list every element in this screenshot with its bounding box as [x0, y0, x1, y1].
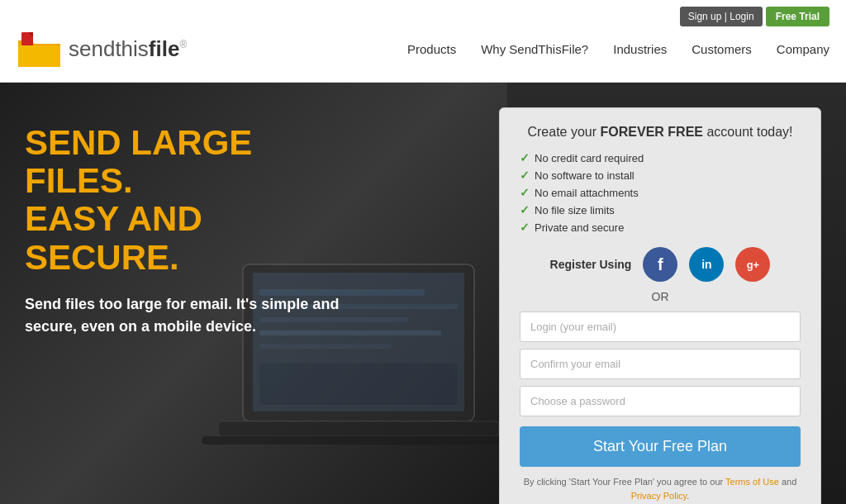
- check-icon-5: ✓: [520, 221, 530, 234]
- headline-line1: SEND LARGE FILES.: [25, 124, 355, 200]
- nav-products[interactable]: Products: [407, 42, 456, 56]
- hero-text: SEND LARGE FILES. EASY AND SECURE. Send …: [0, 83, 380, 379]
- signup-login-button[interactable]: Sign up | Login: [680, 7, 763, 26]
- privacy-link[interactable]: Privacy Policy: [631, 491, 687, 501]
- feature-1: ✓No credit card required: [520, 151, 801, 164]
- confirm-email-input[interactable]: [520, 349, 801, 379]
- free-trial-button[interactable]: Free Trial: [766, 7, 829, 26]
- nav-company[interactable]: Company: [777, 42, 829, 56]
- feature-4: ✓No file size limits: [520, 203, 801, 216]
- register-using-label: Register Using: [550, 258, 632, 271]
- svg-rect-1: [18, 45, 60, 67]
- nav-industries[interactable]: Industries: [613, 42, 667, 56]
- facebook-register-button[interactable]: f: [643, 247, 677, 282]
- hero-subtext: Send files too large for email. It's sim…: [25, 293, 355, 338]
- top-bar: Sign up | Login Free Trial: [680, 7, 829, 26]
- nav-customers[interactable]: Customers: [692, 42, 752, 56]
- reg-features-list: ✓No credit card required ✓No software to…: [520, 151, 801, 234]
- header: Sign up | Login Free Trial sendthisfile®…: [0, 0, 846, 83]
- logo-icon: [17, 29, 62, 70]
- headline-line2: EASY AND SECURE.: [25, 200, 355, 276]
- social-register-row: Register Using f in g+: [520, 247, 801, 282]
- check-icon-3: ✓: [520, 186, 530, 199]
- password-input[interactable]: [520, 386, 801, 416]
- start-free-plan-button[interactable]: Start Your Free Plan: [520, 426, 801, 467]
- main-nav: Products Why SendThisFile? Industries Cu…: [407, 42, 829, 56]
- feature-5: ✓Private and secure: [520, 221, 801, 234]
- check-icon-2: ✓: [520, 169, 530, 182]
- logo-area: sendthisfile®: [17, 29, 187, 70]
- nav-why[interactable]: Why SendThisFile?: [481, 42, 588, 56]
- svg-rect-12: [218, 421, 499, 436]
- email-input[interactable]: [520, 311, 801, 342]
- googleplus-register-button[interactable]: g+: [735, 247, 770, 282]
- feature-3: ✓No email attachments: [520, 186, 801, 199]
- check-icon-1: ✓: [520, 151, 530, 164]
- check-icon-4: ✓: [520, 203, 530, 216]
- registration-form: Start Your Free Plan: [520, 311, 801, 475]
- hero-headline: SEND LARGE FILES. EASY AND SECURE.: [25, 124, 355, 277]
- feature-2: ✓No software to install: [520, 169, 801, 182]
- linkedin-register-button[interactable]: in: [689, 247, 724, 282]
- terms-link[interactable]: Terms of Use: [725, 477, 779, 487]
- terms-text: By clicking 'Start Your Free Plan' you a…: [520, 475, 801, 502]
- or-divider: OR: [520, 290, 801, 303]
- hero-section: SEND LARGE FILES. EASY AND SECURE. Send …: [0, 83, 846, 504]
- logo-text: sendthisfile®: [69, 36, 187, 62]
- registration-card: Create your FOREVER FREE account today! …: [499, 107, 821, 504]
- reg-title: Create your FOREVER FREE account today!: [520, 125, 801, 140]
- svg-rect-13: [202, 436, 507, 445]
